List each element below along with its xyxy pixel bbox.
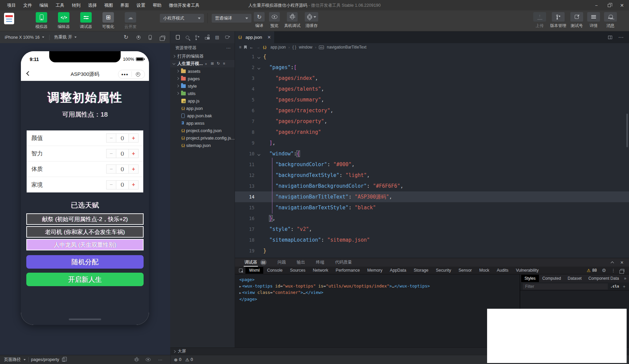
plus-button[interactable]: + — [129, 133, 139, 143]
devtools-tab-Sources[interactable]: Sources — [286, 267, 309, 274]
breadcrumb-file[interactable]: app.json — [270, 45, 286, 50]
device-frame-icon[interactable] — [149, 35, 152, 40]
editor-scrollbar[interactable] — [626, 114, 628, 147]
debugger-tab-问题[interactable]: 问题 — [277, 258, 286, 267]
menu-item-2[interactable]: 文件 — [20, 3, 36, 8]
new-folder-icon[interactable]: ⊞ — [211, 61, 214, 66]
search-icon[interactable] — [186, 36, 189, 39]
collapse-all-icon[interactable]: ≡ — [223, 61, 225, 66]
copy-icon[interactable] — [62, 358, 65, 362]
stop-icon[interactable] — [137, 35, 141, 39]
git-icon[interactable] — [195, 35, 199, 40]
styles-tab-Dataset[interactable]: Dataset — [564, 275, 585, 282]
nav-forward-icon[interactable]: → — [256, 45, 260, 50]
restart-icon[interactable]: ↻ — [124, 34, 128, 40]
tree-folder-assets[interactable]: assets — [170, 67, 235, 75]
talent-item[interactable]: 献祭 (初始可用属性点-2，快乐+2) — [26, 213, 144, 225]
expand-arrow-icon[interactable]: ▶ — [239, 291, 241, 295]
toolbar-button-编辑器[interactable]: </>编辑器 — [56, 12, 71, 30]
tree-file-project.private.config.js...[interactable]: {..}project.private.config.js... — [170, 134, 235, 142]
tree-file-app.wxss[interactable]: ∃app.wxss — [170, 119, 235, 127]
minus-button[interactable]: − — [106, 133, 116, 143]
hot-reload-toggle[interactable]: 热重载 开 — [54, 34, 77, 40]
minus-button[interactable]: − — [106, 180, 116, 189]
wxml-node[interactable]: ▶<wux-toptips id="wux-toptips" is="utils… — [239, 283, 520, 290]
devtools-tab-Wxml[interactable]: Wxml — [245, 267, 263, 274]
close-miniprogram-icon[interactable] — [132, 72, 145, 77]
toolbar-button-消息[interactable]: 消息 — [604, 12, 617, 29]
toolbar-button-模拟器[interactable]: 模拟器 — [34, 12, 49, 30]
teapot-icon[interactable] — [225, 36, 229, 39]
wxml-node[interactable]: <page> — [239, 277, 520, 283]
chevron-right-icon[interactable] — [173, 350, 176, 353]
close-panel-icon[interactable]: ✕ — [620, 260, 624, 265]
warning-count-group[interactable]: ⚠ 0 — [185, 357, 193, 362]
undock-icon[interactable] — [621, 269, 624, 272]
page-path-label[interactable]: 页面路径 — [4, 357, 21, 363]
toolbar-button-可视化[interactable]: ⊞可视化 — [100, 12, 116, 30]
multi-window-icon[interactable] — [161, 36, 165, 39]
devtools-tab-Sensor[interactable]: Sensor — [455, 267, 476, 274]
talent-item[interactable]: 老司机 (你和家人不会发生车祸) — [26, 226, 144, 238]
split-editor-icon[interactable] — [608, 36, 612, 39]
compile-select[interactable]: 普通编译 — [212, 14, 251, 23]
debugger-tab-代码质量[interactable]: 代码质量 — [335, 258, 352, 267]
close-icon[interactable]: ✕ — [620, 3, 624, 8]
fold-gutter[interactable] — [254, 64, 263, 70]
toolbar-button-详情[interactable]: 详情 — [587, 12, 600, 29]
menu-item-6[interactable]: 选择 — [84, 3, 100, 8]
talent-item[interactable]: 人中龙凤 (天生双重性别) — [26, 239, 144, 250]
eye-icon[interactable] — [146, 358, 150, 361]
action-清缓存[interactable]: 清缓存 — [305, 12, 318, 29]
devtools-tab-AppData[interactable]: AppData — [386, 267, 410, 274]
devtools-tab-Mock[interactable]: Mock — [476, 267, 493, 274]
minimize-icon[interactable]: − — [594, 3, 599, 8]
files-icon[interactable] — [176, 35, 180, 39]
menu-item-4[interactable]: 工具 — [52, 3, 68, 8]
project-section[interactable]: 人生重开模... ＋ ⊞ ↻ ≡ — [170, 60, 235, 67]
cls-button[interactable]: .cls — [610, 284, 620, 289]
devtools-tab-Security[interactable]: Security — [432, 267, 455, 274]
breadcrumb-property[interactable]: navigationBarTitleText — [327, 45, 366, 50]
tab-app-json[interactable]: {..} app.json ✕ — [235, 31, 275, 43]
bottom-section-label[interactable]: 大屏 — [178, 348, 186, 354]
tree-file-project.config.json[interactable]: {..}project.config.json — [170, 127, 235, 134]
more-actions-icon[interactable]: ⋯ — [158, 357, 162, 362]
plus-button[interactable]: + — [129, 164, 139, 174]
debugger-tab-终端[interactable]: 终端 — [316, 258, 324, 267]
toolbar-button-版本管理[interactable]: 版本管理 — [550, 12, 566, 29]
toolbar-button-调试器[interactable]: 调试器 — [78, 12, 94, 30]
styles-tab-Component Data[interactable]: Component Data — [585, 275, 622, 282]
action-编译[interactable]: ↻编译 — [254, 12, 265, 29]
menu-item-9[interactable]: 设置 — [133, 3, 149, 8]
filter-input[interactable] — [523, 283, 608, 290]
random-assign-button[interactable]: 随机分配 — [26, 255, 144, 269]
devtools-tab-Performance[interactable]: Performance — [332, 267, 364, 274]
vertical-dots-icon[interactable]: ⋮ — [611, 268, 616, 273]
fold-gutter[interactable] — [254, 151, 263, 157]
mode-select[interactable]: 小程序模式 — [160, 14, 204, 23]
expand-arrow-icon[interactable]: ▶ — [239, 285, 241, 288]
add-style-icon[interactable]: ＋ — [622, 283, 626, 290]
overflow-tabs-icon[interactable]: » — [624, 276, 629, 281]
menu-item-7[interactable]: 视图 — [100, 3, 117, 8]
tree-file-app.js[interactable]: JSapp.js — [170, 97, 235, 104]
device-select[interactable]: iPhone X 100% 16 — [5, 35, 44, 40]
tree-folder-style[interactable]: style — [170, 82, 235, 90]
menu-item-3[interactable]: 编辑 — [36, 3, 52, 8]
more-menu-icon[interactable]: ●●● — [118, 72, 131, 76]
minus-button[interactable]: − — [106, 149, 116, 158]
menu-item-5[interactable]: 转到 — [68, 3, 84, 8]
devtools-tab-Console[interactable]: Console — [263, 267, 286, 274]
outline-icon[interactable]: ≡ — [239, 45, 241, 50]
tree-folder-utils[interactable]: utils — [170, 90, 235, 97]
bookmark-icon[interactable] — [244, 46, 247, 49]
menu-item-1[interactable]: 项目 — [3, 3, 20, 8]
minus-button[interactable]: − — [106, 164, 116, 174]
toolbar-button-测试号[interactable]: 测试号 — [570, 12, 583, 29]
wxml-tree[interactable]: <page>▶<wux-toptips id="wux-toptips" is=… — [235, 274, 520, 348]
new-file-icon[interactable]: ＋ — [204, 61, 208, 66]
fold-gutter[interactable] — [254, 54, 263, 60]
tree-file-app.json[interactable]: {..}app.json — [170, 104, 235, 112]
menu-item-8[interactable]: 界面 — [117, 3, 133, 8]
